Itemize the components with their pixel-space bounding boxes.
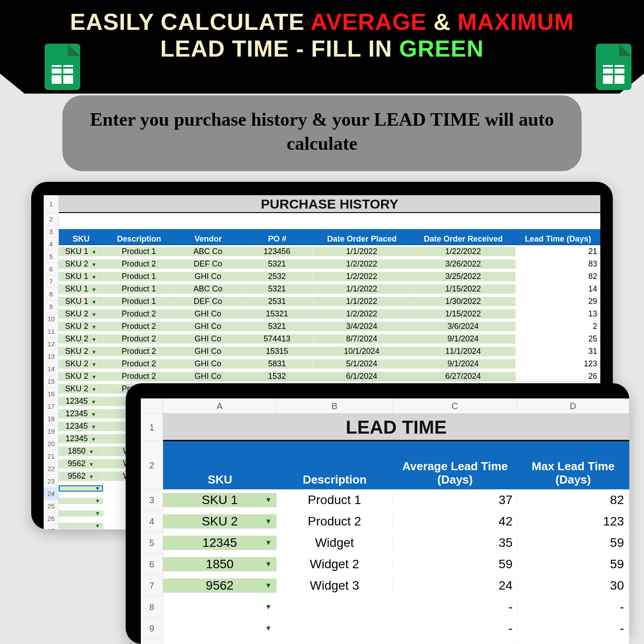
cell-sku[interactable]: SKU 1▼ (163, 493, 277, 507)
row-number[interactable]: 4 (141, 511, 163, 532)
cell-sku[interactable]: ▼ (59, 523, 103, 529)
col-header[interactable]: Date Order Placed (313, 234, 411, 244)
row-number[interactable]: 5 (141, 532, 163, 554)
cell-po[interactable]: 15321 (242, 309, 313, 319)
row-number[interactable]: 25 (44, 500, 58, 513)
cell-vendor[interactable]: GHI Co (175, 272, 242, 281)
cell-received[interactable]: 1/22/2022 (411, 247, 516, 256)
dropdown-arrow-icon[interactable]: ▼ (95, 510, 100, 517)
col-header[interactable]: Description (103, 234, 175, 244)
cell-sku[interactable]: SKU 2 ▼ (59, 259, 103, 269)
cell-sku[interactable]: ▼ (59, 485, 103, 492)
row-number[interactable]: 7 (141, 575, 163, 596)
col-header[interactable]: PO # (242, 234, 313, 244)
row-number[interactable]: 4 (44, 238, 58, 250)
cell-sku[interactable]: SKU 2 ▼ (59, 359, 103, 369)
cell-sku[interactable]: ▼ (59, 498, 103, 504)
cell-received[interactable]: 11/1/2024 (411, 347, 516, 356)
table-row[interactable]: SKU 1▼Product 13782 (163, 489, 629, 511)
table-row[interactable]: SKU 2 ▼Product 2GHI Co153211/2/20221/15/… (59, 308, 600, 320)
cell-po[interactable]: 5321 (242, 322, 313, 331)
col-header[interactable]: Date Order Received (411, 234, 516, 244)
dropdown-arrow-icon[interactable]: ▼ (91, 324, 97, 330)
dropdown-arrow-icon[interactable]: ▼ (89, 449, 94, 455)
cell-sku[interactable]: 12345▼ (163, 536, 277, 550)
row-number[interactable]: 27 (44, 525, 58, 529)
row-number[interactable]: 5 (44, 250, 58, 263)
row-number[interactable]: 12 (44, 338, 58, 350)
cell-po[interactable]: 5321 (242, 284, 313, 294)
dropdown-arrow-icon[interactable]: ▼ (95, 498, 100, 504)
cell-sku[interactable]: SKU 1 ▼ (59, 297, 103, 306)
cell-vendor[interactable]: GHI Co (175, 347, 242, 356)
row-number[interactable]: 11 (44, 325, 58, 338)
cell-sku[interactable]: 12345 ▼ (59, 409, 103, 418)
cell-placed[interactable]: 1/2/2022 (313, 309, 411, 319)
table-row[interactable]: 9562▼Widget 32430 (163, 575, 629, 596)
col-letter[interactable]: D (517, 398, 629, 413)
cell-placed[interactable]: 1/2/2022 (313, 259, 411, 269)
row-number[interactable]: 9 (44, 300, 58, 313)
row-number[interactable]: 13 (44, 350, 58, 363)
row-number[interactable]: 22 (44, 463, 58, 475)
cell-sku[interactable]: SKU 1 ▼ (59, 272, 103, 281)
table-row[interactable]: SKU 1 ▼Product 1DEF Co25311/1/20221/30/2… (59, 295, 600, 308)
table-row[interactable]: ▼-- (163, 618, 629, 639)
dropdown-arrow-icon[interactable]: ▼ (91, 374, 97, 380)
row-number[interactable]: 14 (44, 363, 58, 375)
row-number[interactable]: 1 (44, 195, 58, 213)
cell-received[interactable]: 1/15/2022 (411, 284, 516, 294)
cell-sku[interactable]: SKU 1 ▼ (59, 247, 103, 256)
cell-sku[interactable]: 1850 ▼ (59, 447, 103, 456)
cell-received[interactable]: 9/1/2024 (411, 359, 516, 369)
dropdown-arrow-icon[interactable]: ▼ (91, 399, 96, 405)
cell-sku[interactable]: ▼ (59, 510, 103, 517)
col-letter[interactable]: A (163, 398, 277, 413)
dropdown-arrow-icon[interactable]: ▼ (89, 461, 94, 468)
dropdown-arrow-icon[interactable]: ▼ (91, 336, 97, 343)
cell-po[interactable]: 1532 (242, 372, 313, 381)
cell-desc[interactable]: Product 2 (103, 334, 175, 344)
table-row[interactable]: SKU 2 ▼Product 2DEF Co53211/2/20223/26/2… (59, 258, 600, 270)
cell-desc[interactable]: Product 2 (103, 359, 175, 369)
col-letter[interactable]: B (277, 398, 393, 413)
table-row[interactable]: SKU 2 ▼Product 2GHI Co1531510/1/202411/1… (59, 345, 600, 357)
cell-po[interactable]: 574413 (242, 334, 313, 344)
cell-sku[interactable]: SKU 2 ▼ (59, 384, 103, 394)
cell-sku[interactable]: 12345 ▼ (59, 397, 103, 406)
cell-sku[interactable]: SKU 2 ▼ (59, 347, 103, 356)
table-row[interactable]: SKU 1 ▼Product 1ABC Co1234561/1/20221/22… (59, 245, 600, 258)
row-number[interactable]: 19 (44, 425, 58, 438)
dropdown-arrow-icon[interactable]: ▼ (265, 517, 272, 525)
table-row[interactable]: SKU 2 ▼Product 2GHI Co58315/1/20249/1/20… (59, 357, 600, 370)
cell-vendor[interactable]: ABC Co (175, 284, 242, 294)
table-row[interactable]: SKU 2▼Product 242123 (163, 511, 629, 532)
cell-desc[interactable]: Product 2 (103, 372, 175, 381)
col-letter[interactable]: C (393, 398, 517, 413)
row-number[interactable]: 26 (44, 513, 58, 525)
cell-desc[interactable]: Product 2 (103, 347, 175, 356)
table-row[interactable]: ▼-- (163, 639, 629, 644)
cell-received[interactable]: 1/15/2022 (411, 309, 516, 319)
cell-sku[interactable]: SKU 2 ▼ (59, 372, 103, 381)
cell-vendor[interactable]: GHI Co (175, 334, 242, 344)
cell-desc[interactable]: Product 2 (103, 309, 175, 319)
dropdown-arrow-icon[interactable]: ▼ (91, 436, 96, 443)
table-row[interactable]: SKU 2 ▼Product 2GHI Co15326/1/20246/27/2… (59, 370, 600, 382)
cell-vendor[interactable]: GHI Co (175, 322, 242, 331)
cell-placed[interactable]: 10/1/2024 (313, 347, 411, 356)
cell-sku[interactable]: SKU 2 ▼ (59, 322, 103, 331)
row-number[interactable]: 10 (141, 639, 163, 644)
row-number[interactable]: 3 (44, 226, 58, 238)
col-header[interactable]: Max Lead Time (Days) (517, 460, 629, 487)
cell-placed[interactable]: 3/4/2024 (313, 322, 411, 331)
cell-vendor[interactable]: ABC Co (175, 247, 242, 256)
row-number[interactable]: 8 (44, 288, 58, 300)
dropdown-arrow-icon[interactable]: ▼ (265, 539, 272, 547)
dropdown-arrow-icon[interactable]: ▼ (265, 603, 272, 611)
row-number[interactable]: 10 (44, 313, 58, 325)
cell-received[interactable]: 3/26/2022 (411, 259, 516, 269)
cell-received[interactable]: 1/30/2022 (411, 297, 516, 306)
row-number[interactable]: 8 (141, 596, 163, 618)
dropdown-arrow-icon[interactable]: ▼ (91, 361, 97, 368)
